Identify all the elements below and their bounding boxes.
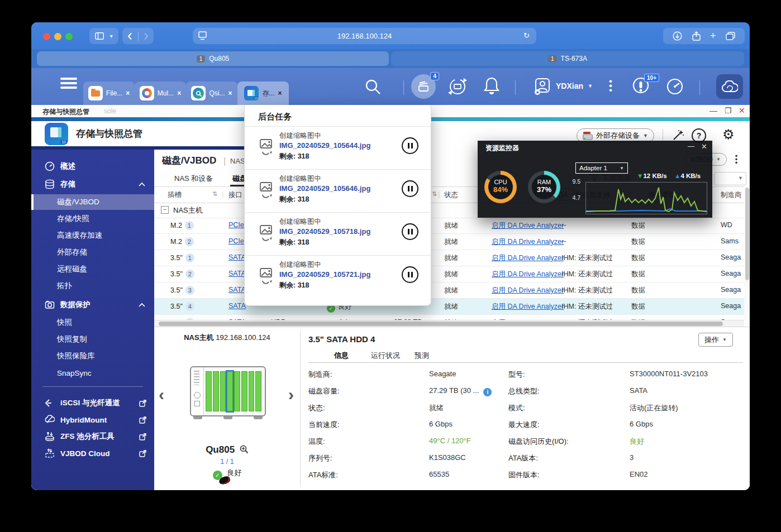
sidebar-item-snapshot-replica[interactable]: 快照复制	[31, 332, 154, 347]
da-drive-analyzer-link[interactable]: 启用 DA Drive Analyzer	[492, 221, 564, 231]
sidebar-item-cache-acceleration[interactable]: 高速缓存加速	[31, 228, 154, 243]
settings-gear-icon[interactable]: ⚙	[722, 127, 735, 142]
table-row[interactable]: M.22 PCIe ✓ 就绪 启用 DA Drive Analyzer -- 数…	[154, 234, 744, 250]
da-drive-analyzer-link[interactable]: 启用 DA Drive Analyzer	[492, 237, 564, 247]
sidebar-item-storage-snapshots[interactable]: 存储/快照	[31, 211, 154, 227]
interface-link[interactable]: PCIe	[228, 221, 244, 229]
pause-button[interactable]	[402, 137, 418, 154]
table-row[interactable]: 3.5"2 SATA ✓ 就绪 启用 DA Drive Analyzer IHM…	[154, 266, 744, 282]
page-more-options-icon[interactable]: •••	[734, 155, 739, 165]
background-tasks-button[interactable]: 4	[411, 74, 436, 99]
back-icon[interactable]	[127, 32, 132, 40]
sidebar-item-external-storage[interactable]: 外部存储	[31, 245, 154, 260]
sort-icon[interactable]: ⇅	[212, 190, 217, 198]
filter-dropdown[interactable]: ▼	[714, 172, 746, 185]
table-row[interactable]: 3.5"1 SATA ✓ 就绪 启用 DA Drive Analyzer IHM…	[154, 250, 744, 266]
window-close-icon[interactable]: ✕	[739, 106, 745, 115]
tab-overview-icon[interactable]	[726, 32, 735, 40]
tab-info[interactable]: 信息	[334, 351, 349, 361]
search-icon[interactable]	[364, 78, 382, 96]
close-traffic-light[interactable]	[43, 33, 50, 40]
col-status[interactable]: 状态	[444, 190, 458, 200]
share-icon[interactable]	[692, 31, 701, 41]
task-item[interactable]: 创建缩略图中 IMG_20240529_105721.jpg 剩余: 318	[245, 255, 431, 298]
close-icon[interactable]: ×	[228, 89, 232, 97]
sidebar-item-snapsync[interactable]: SnapSync	[31, 365, 154, 381]
sidebar-group-storage[interactable]: 存储	[31, 176, 154, 192]
da-drive-analyzer-link[interactable]: 启用 DA Drive Analyzer	[492, 253, 564, 263]
interface-link[interactable]: SATA	[228, 286, 246, 294]
sidebar-item-snapshot[interactable]: 快照	[31, 315, 154, 330]
taskbar-app-filestation[interactable]: File... ×	[83, 82, 135, 105]
notifications-bell-icon[interactable]	[483, 76, 501, 95]
resmon-close-icon[interactable]: ✕	[701, 142, 707, 151]
storage-wizard-icon[interactable]	[672, 128, 685, 142]
minimize-traffic-light[interactable]	[54, 33, 61, 40]
vertical-scrollbar[interactable]	[744, 186, 750, 320]
close-icon[interactable]: ×	[177, 89, 181, 97]
sidebar-link-vjbod-cloud[interactable]: VJBOD Cloud	[31, 445, 154, 461]
sidebar-item-overview[interactable]: 概述	[31, 159, 154, 174]
new-tab-icon[interactable]: +	[710, 30, 716, 42]
device-sync-icon[interactable]	[447, 76, 468, 97]
adapter-select[interactable]: Adapter 1 ▼	[575, 162, 628, 174]
browser-tab-qu805[interactable]: 1 Qu805	[37, 51, 389, 66]
tab-prediction[interactable]: 预测	[415, 351, 429, 361]
resource-monitor-window[interactable]: 资源监控器 — ✕ CPU84% RAM37% Adapter 1 ▼ ▼12 …	[478, 141, 712, 218]
interface-link[interactable]: SATA	[228, 270, 246, 277]
resmon-minimize-icon[interactable]: —	[688, 142, 694, 150]
address-bar[interactable]: 192.168.100.124 ↻	[193, 28, 536, 44]
collapse-icon[interactable]: −	[161, 206, 169, 214]
table-row[interactable]: 3.5"3 SATA ✓ 就绪 启用 DA Drive Analyzer IHM…	[154, 282, 744, 299]
taskbar-app-multimedia[interactable]: Mul... ×	[135, 82, 186, 105]
da-drive-analyzer-link[interactable]: 启用 DA Drive Analyzer	[492, 270, 564, 279]
task-item[interactable]: 创建缩略图中 IMG_20240529_105644.jpg 剩余: 318	[245, 126, 431, 169]
maximize-traffic-light[interactable]	[65, 33, 73, 40]
window-minimize-icon[interactable]: —	[709, 106, 717, 115]
forward-icon[interactable]	[144, 32, 149, 40]
taskbar-app-qsirch[interactable]: Qsi... ×	[186, 82, 237, 105]
sidebar-link-zfs-analyzer[interactable]: ZFS 池分析工具	[31, 429, 154, 444]
downloads-icon[interactable]	[673, 31, 682, 41]
sidebar-item-topology[interactable]: 拓扑	[31, 278, 154, 294]
horizontal-scrollbar[interactable]	[154, 320, 744, 327]
interface-link[interactable]: SATA	[228, 302, 246, 310]
sidebar-item-remote-disk[interactable]: 远程磁盘	[31, 261, 154, 277]
col-manufacturer[interactable]: 制造商	[721, 190, 742, 200]
close-icon[interactable]: ×	[278, 89, 282, 97]
sort-icon[interactable]: ⇅	[432, 190, 437, 198]
tab-health[interactable]: 运行状况	[371, 351, 400, 361]
close-icon[interactable]: ×	[126, 89, 130, 97]
pause-button[interactable]	[402, 266, 418, 283]
table-row[interactable]: 3.5"4 SATA ✓良好 就绪 启用 DA Drive Analyzer I…	[154, 299, 744, 315]
col-slot[interactable]: 插槽	[168, 190, 182, 200]
alerts-button[interactable]: 10+	[630, 75, 651, 98]
col-interface[interactable]: 接口	[228, 190, 242, 200]
sidebar-link-hybridmount[interactable]: HybridMount	[31, 412, 154, 428]
user-menu[interactable]: ★ YDXian ▼	[534, 77, 593, 95]
da-drive-analyzer-link[interactable]: 启用 DA Drive Analyzer	[492, 302, 564, 311]
task-item[interactable]: 创建缩略图中 IMG_20240529_105646.jpg 剩余: 318	[245, 169, 431, 212]
window-restore-icon[interactable]: ❐	[725, 106, 732, 115]
pause-button[interactable]	[402, 180, 418, 197]
taskbar-app-storage-snapshots[interactable]: 10 存... ×	[237, 82, 289, 105]
interface-link[interactable]: PCIe	[228, 237, 244, 245]
tab-nas-devices[interactable]: NAS 和设备	[174, 174, 213, 184]
browser-tab-ts673a[interactable]: 1 TS-673A	[391, 51, 744, 66]
scrollbar-thumb[interactable]	[745, 188, 749, 280]
da-drive-analyzer-link[interactable]: 启用 DA Drive Analyzer	[492, 286, 564, 295]
pause-button[interactable]	[402, 223, 418, 240]
sidebar-item-snapshot-vault[interactable]: 快照保险库	[31, 348, 154, 364]
dashboard-gauge-icon[interactable]	[665, 77, 685, 96]
scrollbar-thumb[interactable]	[159, 322, 723, 326]
table-row[interactable]: M.21 PCIe ✓ 就绪 启用 DA Drive Analyzer -- 数…	[154, 218, 744, 234]
sidebar-toggle-button[interactable]: ▾	[89, 28, 118, 44]
reload-icon[interactable]: ↻	[523, 31, 530, 40]
main-menu-icon[interactable]	[60, 75, 77, 91]
info-icon[interactable]: i	[483, 388, 492, 396]
myqnapcloud-button[interactable]	[716, 74, 743, 99]
sidebar-link-iscsi[interactable]: iSCSI 与光纤通道	[31, 395, 154, 411]
more-options-icon[interactable]: •••	[608, 79, 613, 93]
actions-button[interactable]: 操作 ▼	[698, 333, 733, 347]
task-item[interactable]: 创建缩略图中 IMG_20240529_105718.jpg 剩余: 318	[245, 212, 431, 255]
